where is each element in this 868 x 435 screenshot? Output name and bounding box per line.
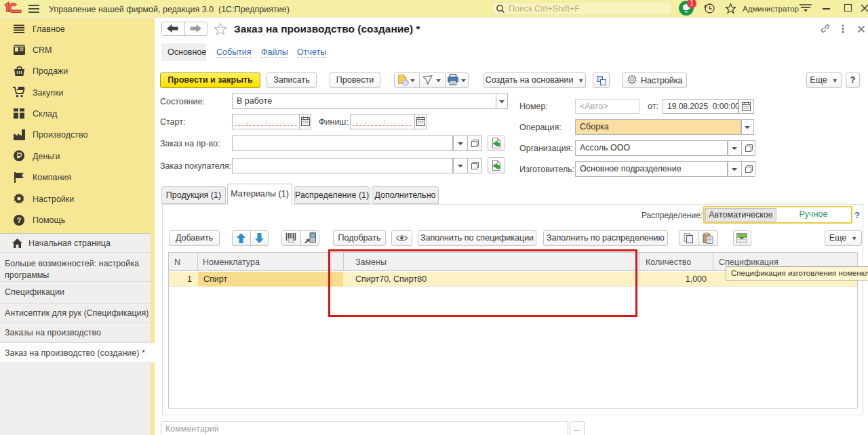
svg-text:?: ? xyxy=(17,216,22,224)
